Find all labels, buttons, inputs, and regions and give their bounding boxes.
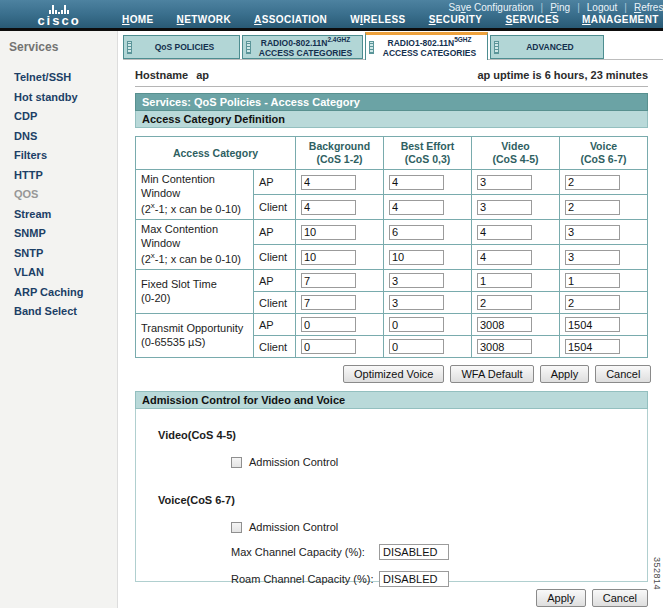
- nav-home[interactable]: HOME: [122, 14, 154, 25]
- tab-grip-icon: [127, 41, 132, 54]
- apply-button[interactable]: Apply: [540, 365, 590, 383]
- transmit-opportunity-client-video-input[interactable]: [477, 339, 532, 354]
- tab-radio0-802-11n2-4ghz[interactable]: RADIO0-802.11N2.4GHZACCESS CATEGORIES: [242, 35, 363, 59]
- tab-advanced[interactable]: ADVANCED: [490, 35, 604, 59]
- nav-wireless[interactable]: WIRELESS: [350, 14, 405, 25]
- tab-label: QoS POLICIES: [134, 42, 239, 52]
- nav-association[interactable]: ASSOCIATION: [254, 14, 327, 25]
- sidebar-item-sntp[interactable]: SNTP: [14, 244, 117, 264]
- max-contention-window-client-best-effort-input[interactable]: [389, 250, 444, 265]
- max-channel-capacity-input[interactable]: [379, 544, 449, 560]
- row-label-transmit-opportunity: Transmit Opportunity(0-65535 µS): [136, 314, 254, 358]
- sidebar-item-stream[interactable]: Stream: [14, 205, 117, 225]
- admission-control-box: Video(CoS 4-5) Admission Control Voice(C…: [135, 409, 648, 582]
- apply-button-bottom[interactable]: Apply: [536, 589, 586, 607]
- cisco-logo-text: cisco: [37, 15, 80, 26]
- nav-security[interactable]: SECURITY: [429, 14, 483, 25]
- column-header-background: Background(CoS 1-2): [296, 137, 384, 170]
- sidebar-item-band-select[interactable]: Band Select: [14, 302, 117, 322]
- sidebar-item-dns[interactable]: DNS: [14, 127, 117, 147]
- video-admission-row: Admission Control: [231, 456, 647, 468]
- max-contention-window-ap-video-input[interactable]: [477, 225, 532, 240]
- client-label: Client: [254, 292, 296, 314]
- bottom-button-row: Apply Cancel: [135, 589, 648, 607]
- sidebar-item-hot-standby[interactable]: Hot standby: [14, 88, 117, 108]
- tab-radio1-802-11n5ghz[interactable]: RADIO1-802.11N5GHZACCESS CATEGORIES: [365, 32, 488, 60]
- row-label-max-contention-window: Max Contention Window(2x-1; x can be 0-1…: [136, 220, 254, 270]
- fixed-slot-time-client-background-input[interactable]: [301, 295, 356, 310]
- min-contention-window-ap-video-input[interactable]: [477, 175, 532, 190]
- max-contention-window-ap-voice-input[interactable]: [565, 225, 620, 240]
- fixed-slot-time-ap-best-effort-input[interactable]: [389, 273, 444, 288]
- nav-management[interactable]: MANAGEMENT: [582, 14, 659, 25]
- ap-label: AP: [254, 314, 296, 336]
- min-contention-window-ap-best-effort-input[interactable]: [389, 175, 444, 190]
- access-category-table: Access CategoryBackground(CoS 1-2)Best E…: [135, 136, 648, 358]
- tab-qos-policies[interactable]: QoS POLICIES: [123, 35, 240, 59]
- sidebar-item-arp-caching[interactable]: ARP Caching: [14, 283, 117, 303]
- wfa-default-button[interactable]: WFA Default: [450, 365, 533, 383]
- voice-cos-label: Voice(CoS 6-7): [158, 494, 647, 506]
- fixed-slot-time-ap-voice-input[interactable]: [565, 273, 620, 288]
- row-label-min-contention-window: Min Contention Window(2x-1; x can be 0-1…: [136, 170, 254, 220]
- fixed-slot-time-client-best-effort-input[interactable]: [389, 295, 444, 310]
- transmit-opportunity-client-voice-input[interactable]: [565, 339, 620, 354]
- uptime-text: ap uptime is 6 hours, 23 minutes: [477, 69, 648, 81]
- max-contention-window-client-video-input[interactable]: [477, 250, 532, 265]
- sidebar-item-filters[interactable]: Filters: [14, 146, 117, 166]
- column-header-best-effort: Best Effort(CoS 0,3): [384, 137, 472, 170]
- min-contention-window-client-voice-input[interactable]: [565, 200, 620, 215]
- min-contention-window-ap-background-input[interactable]: [301, 175, 356, 190]
- sidebar-title: Services: [9, 40, 117, 54]
- fixed-slot-time-ap-background-input[interactable]: [301, 273, 356, 288]
- sidebar-item-http[interactable]: HTTP: [14, 166, 117, 186]
- nav-services[interactable]: SERVICES: [505, 14, 559, 25]
- cancel-button[interactable]: Cancel: [595, 365, 651, 383]
- row-label-fixed-slot-time: Fixed Slot Time(0-20): [136, 270, 254, 314]
- divider: [135, 86, 648, 87]
- hostname-value: ap: [196, 69, 209, 81]
- max-channel-capacity-label: Max Channel Capacity (%):: [231, 546, 379, 558]
- video-admission-checkbox[interactable]: [231, 457, 242, 468]
- client-label: Client: [254, 336, 296, 358]
- video-cos-label: Video(CoS 4-5): [158, 429, 647, 441]
- transmit-opportunity-ap-video-input[interactable]: [477, 317, 532, 332]
- max-channel-capacity-row: Max Channel Capacity (%):: [231, 544, 647, 560]
- transmit-opportunity-client-background-input[interactable]: [301, 339, 356, 354]
- fixed-slot-time-ap-video-input[interactable]: [477, 273, 532, 288]
- sidebar-item-qos[interactable]: QOS: [14, 185, 117, 205]
- max-contention-window-client-background-input[interactable]: [301, 250, 356, 265]
- max-contention-window-ap-background-input[interactable]: [301, 225, 356, 240]
- cancel-button-bottom[interactable]: Cancel: [592, 589, 648, 607]
- top-header: cisco Save Configuration|Ping|Logout|Ref…: [0, 0, 663, 31]
- transmit-opportunity-ap-voice-input[interactable]: [565, 317, 620, 332]
- min-contention-window-client-video-input[interactable]: [477, 200, 532, 215]
- optimized-voice-button[interactable]: Optimized Voice: [343, 365, 444, 383]
- sidebar-item-cdp[interactable]: CDP: [14, 107, 117, 127]
- transmit-opportunity-client-best-effort-input[interactable]: [389, 339, 444, 354]
- cisco-logo: cisco: [0, 0, 118, 31]
- min-contention-window-ap-voice-input[interactable]: [565, 175, 620, 190]
- status-row: Hostnameap ap uptime is 6 hours, 23 minu…: [135, 69, 648, 81]
- fixed-slot-time-client-video-input[interactable]: [477, 295, 532, 310]
- roam-channel-capacity-input[interactable]: [379, 571, 449, 587]
- nav-network[interactable]: NETWORK: [177, 14, 231, 25]
- min-contention-window-client-best-effort-input[interactable]: [389, 200, 444, 215]
- sidebar-items: Telnet/SSHHot standbyCDPDNSFiltersHTTPQO…: [0, 68, 117, 322]
- transmit-opportunity-ap-best-effort-input[interactable]: [389, 317, 444, 332]
- min-contention-window-client-background-input[interactable]: [301, 200, 356, 215]
- fixed-slot-time-client-voice-input[interactable]: [565, 295, 620, 310]
- sidebar-item-telnet-ssh[interactable]: Telnet/SSH: [14, 68, 117, 88]
- main-content: QoS POLICIESRADIO0-802.11N2.4GHZACCESS C…: [118, 31, 663, 608]
- max-contention-window-ap-best-effort-input[interactable]: [389, 225, 444, 240]
- transmit-opportunity-ap-background-input[interactable]: [301, 317, 356, 332]
- roam-channel-capacity-row: Roam Channel Capacity (%):: [231, 571, 647, 587]
- max-contention-window-client-voice-input[interactable]: [565, 250, 620, 265]
- ap-label: AP: [254, 220, 296, 245]
- sidebar-item-vlan[interactable]: VLAN: [14, 263, 117, 283]
- client-label: Client: [254, 245, 296, 270]
- voice-admission-row: Admission Control: [231, 521, 647, 533]
- main-nav: HOMENETWORKASSOCIATIONWIRELESSSECURITYSE…: [122, 12, 663, 27]
- voice-admission-checkbox[interactable]: [231, 522, 242, 533]
- sidebar-item-snmp[interactable]: SNMP: [14, 224, 117, 244]
